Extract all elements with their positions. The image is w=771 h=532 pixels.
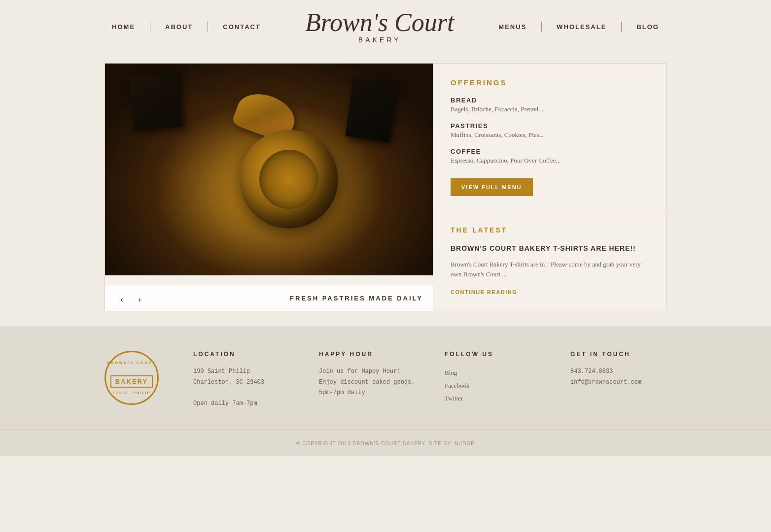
nav-about[interactable]: ABOUT	[150, 23, 208, 31]
footer-follow-us-title: FOLLOW US	[445, 351, 541, 358]
offering-coffee-desc: Espresso, Cappuccino, Pour Over Coffee..…	[451, 157, 649, 165]
nav-menus[interactable]: MENUS	[484, 23, 541, 31]
dark-block-left	[129, 72, 183, 130]
footer-get-in-touch: GET IN TOUCH 843.724.0833 info@brownscou…	[570, 351, 666, 388]
footer-link-blog[interactable]: Blog	[445, 366, 541, 379]
footer-address: 199 Saint Philip Charleston, SC 29403 Op…	[193, 366, 289, 409]
stamp-center-text: BAKERY	[110, 375, 153, 388]
footer-email: info@brownscourt.com	[570, 379, 641, 386]
footer-happy-hour: HAPPY HOUR Join us for Happy Hour! Enjoy…	[319, 351, 415, 399]
footer-contact-info: 843.724.0833 info@brownscourt.com	[570, 366, 666, 388]
footer-inner: BROWN'S COURT BAKERY 199 ST. PHILIP LOCA…	[95, 351, 676, 429]
footer-happy-hour-text: Join us for Happy Hour! Enjoy discount b…	[319, 366, 415, 399]
slideshow-image	[105, 64, 433, 275]
footer-link-facebook[interactable]: Facebook	[445, 379, 541, 392]
footer-address-line1: 199 Saint Philip	[193, 368, 250, 375]
dark-block-right	[345, 78, 397, 142]
footer-phone: 843.724.0833	[570, 368, 613, 375]
nav-right: MENUS WHOLESALE BLOG	[484, 22, 674, 32]
pastry-roll-shape	[240, 130, 338, 229]
footer-location-title: LOCATION	[193, 351, 289, 358]
offering-pastries: PASTRIES Muffins, Croissants, Cookies, P…	[451, 122, 649, 139]
latest-post-title: BROWN'S COURT BAKERY T-SHIRTS ARE HERE!!	[451, 244, 649, 254]
site-header: HOME ABOUT CONTACT Brown's Court BAKERY …	[0, 0, 771, 53]
footer-happy-hour-line1: Join us for Happy Hour!	[319, 368, 401, 375]
footer-happy-hour-title: HAPPY HOUR	[319, 351, 415, 358]
footer-location: LOCATION 199 Saint Philip Charleston, SC…	[193, 351, 289, 409]
main-content: ‹ › FRESH PASTRIES MADE DAILY OFFERINGS …	[95, 63, 676, 311]
slide-caption: ‹ › FRESH PASTRIES MADE DAILY	[105, 286, 433, 311]
offering-pastries-desc: Muffins, Croissants, Cookies, Pies...	[451, 131, 649, 139]
footer-happy-hour-line2: Enjoy discount baked goods.	[319, 379, 415, 386]
slide-caption-text: FRESH PASTRIES MADE DAILY	[290, 295, 423, 302]
stamp-bottom-text: 199 ST. PHILIP	[106, 391, 157, 395]
offering-coffee: COFFEE Espresso, Cappuccino, Pour Over C…	[451, 148, 649, 165]
nav-wholesale[interactable]: WHOLESALE	[542, 23, 621, 31]
sidebar-section: OFFERINGS BREAD Bagels, Brioche, Focacci…	[433, 64, 666, 311]
offering-bread-desc: Bagels, Brioche, Focaccia, Pretzel...	[451, 105, 649, 113]
site-logo[interactable]: Brown's Court BAKERY	[276, 10, 484, 43]
latest-section-title: THE LATEST	[451, 226, 649, 234]
latest-post-excerpt: Brown's Court Bakery T-shirts are in!! P…	[451, 260, 649, 280]
footer-address-line2: Charleston, SC 29403	[193, 379, 264, 386]
footer-copyright-text: © COPYRIGHT 2013 BROWN'S COURT BAKERY. S…	[296, 441, 475, 446]
prev-slide-button[interactable]: ‹	[115, 292, 129, 306]
footer-hours: Open daily 7am-7pm	[193, 400, 257, 407]
nav-blog[interactable]: BLOG	[622, 23, 674, 31]
logo-script-text: Brown's Court	[305, 10, 454, 35]
offerings-panel: OFFERINGS BREAD Bagels, Brioche, Focacci…	[433, 64, 666, 211]
next-slide-button[interactable]: ›	[133, 292, 146, 306]
slide-controls: ‹ ›	[115, 292, 146, 306]
latest-panel: THE LATEST BROWN'S COURT BAKERY T-SHIRTS…	[433, 211, 666, 311]
offering-bread-name: BREAD	[451, 97, 649, 104]
footer-follow-us: FOLLOW US Blog Facebook Twitter	[445, 351, 541, 405]
logo-sub-text: BAKERY	[305, 36, 454, 43]
footer-get-in-touch-title: GET IN TOUCH	[570, 351, 666, 358]
main-nav: HOME ABOUT CONTACT Brown's Court BAKERY …	[0, 10, 771, 43]
footer-bottom: © COPYRIGHT 2013 BROWN'S COURT BAKERY. S…	[0, 429, 771, 456]
offerings-title: OFFERINGS	[451, 78, 649, 87]
footer-happy-hour-line3: 5pm-7pm daily	[319, 389, 365, 396]
continue-reading-link[interactable]: CONTINUE READING	[451, 289, 517, 295]
site-footer: BROWN'S COURT BAKERY 199 ST. PHILIP LOCA…	[0, 326, 771, 456]
footer-stamp: BROWN'S COURT BAKERY 199 ST. PHILIP	[105, 351, 159, 405]
footer-logo: BROWN'S COURT BAKERY 199 ST. PHILIP	[105, 351, 164, 405]
nav-left: HOME ABOUT CONTACT	[97, 22, 276, 32]
nav-contact[interactable]: CONTACT	[208, 23, 276, 31]
stamp-top-text: BROWN'S COURT	[106, 361, 157, 365]
slideshow-section: ‹ › FRESH PASTRIES MADE DAILY	[105, 64, 433, 311]
content-wrapper: ‹ › FRESH PASTRIES MADE DAILY OFFERINGS …	[105, 63, 666, 311]
offering-pastries-name: PASTRIES	[451, 122, 649, 130]
footer-link-twitter[interactable]: Twitter	[445, 392, 541, 405]
offering-coffee-name: COFFEE	[451, 148, 649, 155]
nav-home[interactable]: HOME	[97, 23, 150, 31]
offering-bread: BREAD Bagels, Brioche, Focaccia, Pretzel…	[451, 97, 649, 113]
view-full-menu-button[interactable]: VIEW FULL MENU	[451, 178, 533, 196]
